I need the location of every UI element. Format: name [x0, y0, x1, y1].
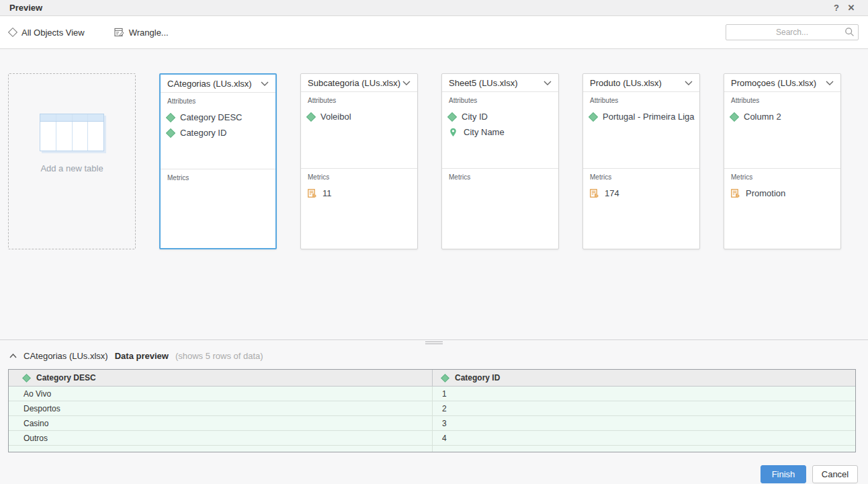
table-illustration-icon [40, 114, 104, 151]
metric-name: 11 [322, 188, 332, 198]
table-card-header[interactable]: Produto (LUs.xlsx) [583, 74, 699, 92]
metrics-label: Metrics [308, 173, 410, 181]
resize-grip-icon [425, 341, 443, 346]
attribute-diamond-icon [730, 112, 739, 121]
table-row: Outros 4 [9, 431, 855, 446]
attribute-item[interactable]: Category DESC [167, 110, 269, 125]
attribute-item[interactable]: City ID [449, 109, 552, 124]
metric-item[interactable]: Promotion [731, 186, 834, 201]
attribute-diamond-icon [22, 374, 31, 382]
chevron-down-icon[interactable] [826, 81, 834, 85]
attribute-item[interactable]: City Name [449, 124, 552, 140]
attribute-item[interactable]: Voleibol [308, 109, 410, 124]
table-card-title: CAtegorias (LUs.xlsx) [167, 79, 252, 89]
dialog-footer: Finish Cancel [0, 452, 868, 483]
metrics-section: Metrics Promotion [724, 169, 840, 249]
table-row-partial [9, 446, 855, 452]
table-row: Casino 3 [9, 416, 855, 431]
table-row: Ao Vivo 1 [9, 387, 855, 401]
attributes-section: Attributes Voleibol [301, 92, 417, 169]
attribute-item[interactable]: Column 2 [731, 109, 834, 124]
metrics-section: Metrics 174 [583, 169, 699, 249]
metric-item[interactable]: 174 [590, 186, 693, 201]
attribute-diamond-icon [166, 128, 175, 137]
metric-icon [590, 189, 599, 198]
chevron-down-icon[interactable] [544, 81, 552, 85]
all-objects-view-button[interactable]: All Objects View [9, 28, 85, 38]
close-icon[interactable]: ✕ [844, 3, 859, 13]
table-cell: Outros [9, 431, 432, 445]
table-card-subcategoria[interactable]: Subcategoria (LUs.xlsx) Attributes Volei… [300, 73, 418, 249]
wrangle-icon [114, 28, 124, 37]
chevron-down-icon[interactable] [261, 81, 269, 86]
column-header-label: Category ID [455, 373, 500, 382]
chevron-down-icon[interactable] [685, 81, 693, 85]
table-cell: 2 [432, 401, 855, 415]
attributes-section: Attributes Category DESC Category ID [161, 93, 275, 169]
search-input[interactable] [726, 24, 859, 40]
table-card-title: Produto (LUs.xlsx) [590, 78, 662, 88]
metrics-label: Metrics [731, 173, 834, 181]
attribute-name: City ID [462, 112, 488, 122]
table-row: Desportos 2 [9, 401, 855, 416]
panel-resize-handle[interactable] [0, 339, 868, 346]
attributes-section: Attributes City ID City Name [442, 92, 558, 169]
metric-item[interactable]: 11 [308, 186, 410, 201]
table-card-categorias[interactable]: CAtegorias (LUs.xlsx) Attributes Categor… [159, 73, 277, 249]
wrangle-label: Wrangle... [129, 28, 169, 38]
search-icon[interactable] [844, 27, 855, 37]
attributes-label: Attributes [167, 97, 269, 105]
diamond-outline-icon [8, 28, 17, 37]
attribute-name: Portugal - Primeira Liga [603, 112, 695, 122]
column-header-label: Category DESC [36, 373, 96, 382]
add-new-table-label: Add a new table [40, 163, 103, 173]
table-card-title: Subcategoria (LUs.xlsx) [308, 78, 400, 88]
metric-name: Promotion [746, 188, 785, 198]
table-cell: 3 [432, 416, 855, 430]
dialog-titlebar: Preview ? ✕ [0, 0, 868, 16]
attribute-diamond-icon [166, 112, 175, 122]
table-card-header[interactable]: Subcategoria (LUs.xlsx) [301, 74, 417, 92]
table-cell: 4 [432, 431, 855, 445]
table-card-header[interactable]: Promoçoes (LUs.xlsx) [724, 74, 840, 92]
attribute-diamond-icon [441, 374, 449, 382]
tables-canvas: Add a new table CAtegorias (LUs.xlsx) At… [0, 49, 868, 339]
attribute-item[interactable]: Category ID [167, 125, 269, 140]
table-card-promocoes[interactable]: Promoçoes (LUs.xlsx) Attributes Column 2… [724, 73, 841, 249]
attribute-name: Column 2 [744, 112, 781, 122]
attributes-label: Attributes [731, 97, 834, 104]
attribute-item[interactable]: Portugal - Primeira Liga [590, 109, 693, 124]
attributes-label: Attributes [308, 97, 410, 104]
attributes-label: Attributes [590, 97, 693, 104]
metrics-section: Metrics [161, 169, 275, 248]
table-cell: Ao Vivo [9, 387, 432, 401]
metrics-label: Metrics [167, 174, 269, 182]
table-card-header[interactable]: Sheet5 (LUs.xlsx) [442, 74, 558, 92]
table-card-sheet5[interactable]: Sheet5 (LUs.xlsx) Attributes City ID Cit… [441, 73, 559, 249]
chevron-down-icon[interactable] [402, 81, 410, 85]
all-objects-view-label: All Objects View [21, 28, 85, 38]
data-preview-header: CAtegorias (LUs.xlsx) Data preview (show… [0, 346, 868, 366]
column-header[interactable]: Category ID [432, 370, 855, 386]
attribute-name: City Name [464, 127, 505, 137]
table-header-row: Category DESC Category ID [9, 370, 855, 387]
column-header[interactable]: Category DESC [9, 370, 432, 386]
geo-pin-icon [449, 128, 458, 137]
preview-section-title: Data preview [115, 351, 169, 361]
metric-icon [731, 189, 740, 198]
help-icon[interactable]: ? [829, 3, 844, 13]
table-cell [9, 446, 432, 452]
metric-icon [308, 189, 316, 198]
table-cell: 1 [432, 387, 855, 401]
table-card-produto[interactable]: Produto (LUs.xlsx) Attributes Portugal -… [582, 73, 700, 249]
add-new-table-button[interactable]: Add a new table [8, 73, 136, 249]
table-cell: Casino [9, 416, 432, 430]
wrangle-button[interactable]: Wrangle... [114, 28, 169, 38]
metrics-section: Metrics [442, 169, 558, 249]
cancel-button[interactable]: Cancel [812, 465, 858, 483]
finish-button[interactable]: Finish [761, 465, 806, 483]
attributes-section: Attributes Portugal - Primeira Liga [583, 92, 699, 169]
collapse-chevron-icon[interactable] [9, 354, 17, 358]
table-card-header[interactable]: CAtegorias (LUs.xlsx) [161, 75, 275, 93]
preview-table-name: CAtegorias (LUs.xlsx) [24, 351, 108, 361]
